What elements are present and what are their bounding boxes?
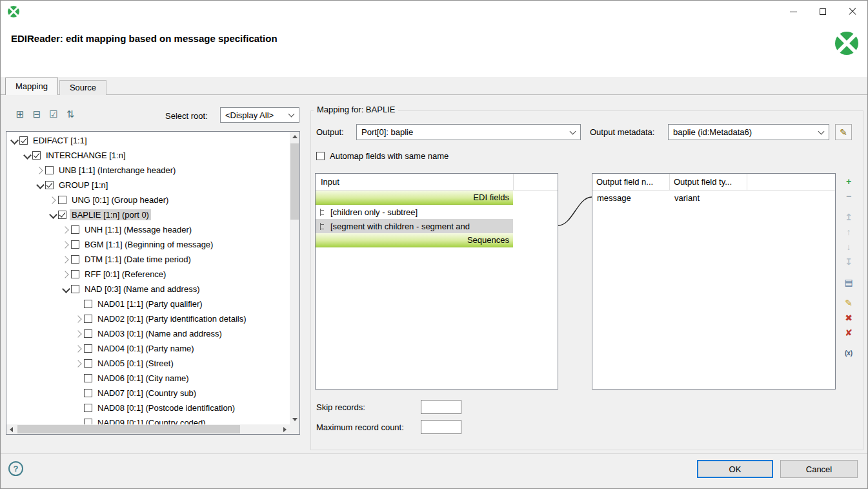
tree-vertical-scrollbar[interactable] [290, 132, 299, 424]
chevron-right-icon[interactable] [74, 314, 84, 324]
tree-node-checkbox[interactable] [71, 240, 79, 249]
automap-icon[interactable]: ✎ [842, 296, 856, 309]
output-metadata-dropdown[interactable]: baplie (id:Metadata6) [668, 124, 829, 140]
tree-node-checkbox[interactable] [45, 166, 54, 174]
tree-node-row[interactable]: NAD05 [0:1] (Street) [6, 356, 290, 371]
chevron-right-icon[interactable] [74, 359, 84, 369]
tree-node-checkbox[interactable] [84, 329, 92, 338]
tree-node-row[interactable]: GROUP [1:n] [6, 178, 290, 192]
tree-node-label[interactable]: DTM [1:1] (Date time period) [83, 254, 193, 265]
scroll-right-button[interactable] [280, 424, 290, 434]
add-icon[interactable]: + [842, 174, 856, 188]
tree-node-checkbox[interactable] [84, 389, 92, 397]
clear-mapping-icon[interactable]: ✖ [842, 311, 856, 324]
tree-node-row[interactable]: NAD01 [1:1] (Party qualifier) [6, 297, 290, 311]
cancel-button[interactable]: Cancel [780, 460, 858, 478]
tree-node-row[interactable]: DTM [1:1] (Date time period) [6, 252, 290, 267]
tree-node-row[interactable]: NAD08 [0:1] (Postcode identification) [6, 401, 290, 415]
horizontal-scroll-thumb[interactable] [17, 425, 240, 433]
tree-node-row[interactable]: RFF [0:1] (Reference) [6, 267, 290, 282]
tree-node-checkbox[interactable] [71, 255, 79, 264]
chevron-down-icon[interactable] [22, 151, 32, 161]
tree-node-checkbox[interactable] [19, 136, 28, 145]
tree-node-row[interactable]: UNB [1:1] (Interchange header) [6, 163, 290, 178]
tree-node-row[interactable]: UNG [0:1] (Group header) [6, 192, 290, 207]
tree-node-row[interactable]: UNH [1:1] (Message header) [6, 222, 290, 237]
input-item-row[interactable]: [children only - subtree] [316, 205, 513, 219]
tree-node-label[interactable]: NAD04 [0:1] (Party name) [96, 343, 196, 354]
chevron-down-icon[interactable] [48, 210, 58, 220]
tree-node-label[interactable]: NAD05 [0:1] (Street) [96, 358, 176, 369]
tree-node-checkbox[interactable] [71, 225, 79, 234]
tree-node-checkbox[interactable] [84, 344, 92, 353]
tree-node-label[interactable]: NAD01 [1:1] (Party qualifier) [96, 298, 205, 309]
tree-node-label[interactable]: RFF [0:1] (Reference) [83, 269, 168, 280]
chevron-down-icon[interactable] [35, 180, 45, 191]
tree-node-row[interactable]: BGM [1:1] (Beginning of message) [6, 237, 290, 252]
tree-node-row[interactable]: NAD06 [0:1] (City name) [6, 371, 290, 386]
tree-node-row[interactable]: NAD07 [0:1] (Country sub) [6, 386, 290, 401]
tree-node-row[interactable]: INTERCHANGE [1:n] [6, 148, 290, 163]
clear-all-icon[interactable]: ✘ [842, 326, 856, 339]
tree-node-label[interactable]: NAD07 [0:1] (Country sub) [96, 388, 198, 399]
tree-node-row[interactable]: NAD09 [0:1] (Country coded) [6, 415, 290, 424]
tree-node-checkbox[interactable] [45, 181, 54, 189]
close-button[interactable] [838, 1, 867, 23]
input-category-row[interactable]: Sequences [316, 233, 513, 247]
tree-node-label[interactable]: UNH [1:1] (Message header) [83, 224, 194, 235]
output-column-header[interactable]: Output field n... [592, 174, 670, 191]
input-item-row[interactable]: [segment with children - segment and [316, 219, 513, 233]
collapse-all-icon[interactable]: ⊟ [30, 108, 43, 121]
tree-node-checkbox[interactable] [84, 315, 92, 323]
chevron-down-icon[interactable] [9, 136, 19, 146]
tree-node-checkbox[interactable] [84, 419, 92, 424]
output-port-dropdown[interactable]: Port[0]: baplie [356, 124, 581, 140]
minimize-button[interactable] [778, 1, 808, 23]
max-record-count-input[interactable] [421, 420, 461, 434]
chevron-right-icon[interactable] [74, 329, 84, 339]
tree-node-checkbox[interactable] [84, 359, 92, 368]
tab-mapping[interactable]: Mapping [5, 78, 58, 95]
tree-node-checkbox[interactable] [84, 374, 92, 382]
scroll-left-button[interactable] [6, 424, 16, 434]
tree-node-label[interactable]: BGM [1:1] (Beginning of message) [83, 239, 215, 250]
tree-node-checkbox[interactable] [84, 300, 92, 308]
tree-node-checkbox[interactable] [58, 211, 66, 219]
input-column-header[interactable]: Input [316, 177, 339, 187]
chevron-down-icon[interactable] [61, 284, 71, 295]
tree-node-label[interactable]: INTERCHANGE [1:n] [44, 150, 128, 161]
tree-node-label[interactable]: UNB [1:1] (Interchange header) [57, 165, 177, 176]
help-icon[interactable]: ? [8, 461, 23, 476]
chevron-right-icon[interactable] [74, 344, 84, 354]
tree-node-label[interactable]: NAD03 [0:1] (Name and address) [96, 328, 224, 339]
tree-node-checkbox[interactable] [58, 196, 66, 204]
tree-node-label[interactable]: NAD06 [0:1] (City name) [96, 373, 191, 384]
move-up-icon[interactable]: ↑ [842, 225, 856, 238]
copy-metadata-icon[interactable]: ▤ [842, 275, 856, 289]
tree-node-label[interactable]: EDIFACT [1:1] [31, 135, 89, 146]
chevron-right-icon[interactable] [61, 225, 71, 235]
tree-horizontal-scrollbar[interactable] [6, 424, 290, 434]
move-down-icon[interactable]: ↓ [842, 240, 856, 253]
tree-node-row[interactable]: NAD02 [0:1] (Party identification detail… [6, 311, 290, 326]
move-top-icon[interactable]: ↥ [842, 210, 856, 224]
tree-node-label[interactable]: NAD08 [0:1] (Postcode identification) [96, 402, 237, 413]
automap-checkbox[interactable] [316, 152, 325, 160]
maximize-button[interactable] [808, 1, 838, 23]
tree-node-checkbox[interactable] [84, 404, 92, 412]
tree-node-row[interactable]: NAD03 [0:1] (Name and address) [6, 326, 290, 341]
skip-records-input[interactable] [421, 400, 461, 414]
vertical-scroll-thumb[interactable] [290, 143, 299, 220]
check-all-icon[interactable]: ☑ [47, 108, 60, 121]
move-bottom-icon[interactable]: ↧ [842, 255, 856, 268]
sort-icon[interactable]: ⇅ [64, 108, 77, 121]
select-root-dropdown[interactable]: <Display All> [220, 107, 299, 123]
chevron-right-icon[interactable] [61, 240, 71, 250]
chevron-right-icon[interactable] [35, 165, 45, 176]
chevron-right-icon[interactable] [61, 255, 71, 265]
tree-node-row[interactable]: NAD [0:3] (Name and address) [6, 282, 290, 297]
tree-node-label[interactable]: NAD09 [0:1] (Country coded) [96, 417, 208, 424]
tab-source[interactable]: Source [59, 80, 106, 95]
scroll-down-button[interactable] [290, 415, 299, 424]
remove-icon[interactable]: − [842, 189, 856, 203]
